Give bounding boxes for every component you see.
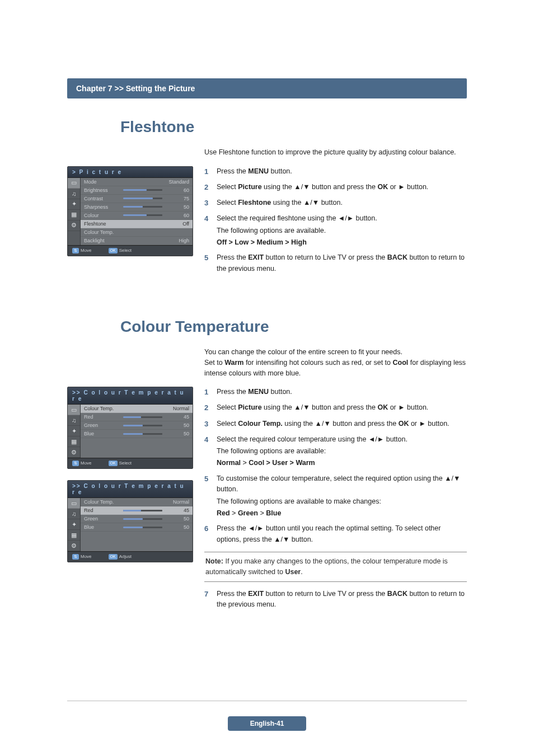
- menu-row-label: Mode: [84, 179, 120, 185]
- menu-row-value: 50: [166, 431, 189, 436]
- menu-row-label: Colour: [84, 213, 120, 218]
- menu-footer-move: ⇅Move: [72, 248, 92, 253]
- section-title-fleshtone: Fleshtone: [120, 118, 467, 136]
- chapter-bar: Chapter 7 >> Setting the Picture: [67, 78, 467, 98]
- menu-nav-icon: ✦: [68, 199, 80, 210]
- menu-slider: [123, 433, 162, 435]
- steps-colour-temp-7: Press the EXIT button to return to Live …: [204, 589, 467, 611]
- menu-row-value: 45: [166, 508, 189, 513]
- menu-row: Sharpness50: [81, 203, 193, 212]
- menu-row-value: Standard: [166, 179, 189, 185]
- menu-nav-icon: ▭: [68, 405, 80, 415]
- menu-header: > P i c t u r e: [68, 167, 193, 178]
- intro-fleshtone: Use Fleshtone function to improve the pi…: [204, 147, 467, 158]
- page-footer: English-41: [0, 716, 534, 731]
- menu-footer-select: OKAdjust: [109, 554, 132, 560]
- menu-row-value: 45: [166, 414, 189, 420]
- step-item: Select Fleshtone using the ▲/▼ button.: [217, 198, 467, 209]
- note-colour-temp: Note: If you make any changes to the opt…: [204, 552, 467, 582]
- menu-slider: [123, 425, 162, 426]
- menu-row-value: Normal: [166, 406, 189, 411]
- menu-row: Colour Temp.: [81, 228, 193, 237]
- menu-row-value: 50: [166, 524, 189, 530]
- menu-nav-icon: ▭: [68, 178, 80, 189]
- menu-slider: [123, 206, 162, 208]
- menu-slider: [123, 214, 162, 216]
- page-number: English-41: [228, 716, 307, 731]
- menu-row: Brightness60: [81, 186, 193, 195]
- menu-footer-select: OKSelect: [109, 461, 132, 466]
- menu-footer-select: OKSelect: [109, 248, 132, 253]
- menu-row-label: Colour Temp.: [84, 406, 120, 411]
- steps-colour-temp: Press the MENU button.Select Picture usi…: [204, 387, 467, 545]
- step-item: Press the MENU button.: [217, 166, 467, 177]
- menu-row: FleshtoneOff: [81, 220, 193, 228]
- step-item: Select Picture using the ▲/▼ button and …: [217, 182, 467, 193]
- footer-rule: [67, 701, 467, 701]
- menu-nav-icon: ▦: [68, 530, 80, 541]
- menu-footer-move: ⇅Move: [72, 554, 92, 560]
- menu-row: ModeStandard: [81, 178, 193, 186]
- menu-row-label: Contrast: [84, 196, 120, 201]
- menu-nav-icon: ♫: [68, 415, 80, 426]
- menu-nav-icon: ♫: [68, 189, 80, 199]
- menu-row-label: Green: [84, 422, 120, 428]
- menu-row-value: 60: [166, 213, 189, 218]
- menu-row-label: Backlight: [84, 238, 120, 243]
- section-fleshtone: Fleshtone Use Fleshtone function to impr…: [67, 118, 467, 279]
- menu-row-label: Colour Temp.: [84, 229, 120, 235]
- menu-row: Contrast75: [81, 195, 193, 203]
- menu-row-label: Blue: [84, 524, 120, 530]
- menu-footer-move: ⇅Move: [72, 461, 92, 466]
- menu-row-label: Colour Temp.: [84, 499, 120, 505]
- menu-row: BacklightHigh: [81, 237, 193, 245]
- menu-row: Blue50: [81, 523, 193, 532]
- menu-row: Green50: [81, 421, 193, 430]
- menu-picture: > P i c t u r e▭♫✦▦⚙ModeStandardBrightne…: [67, 166, 193, 256]
- menu-footer: ⇅MoveOKAdjust: [68, 551, 193, 562]
- menu-row-label: Fleshtone: [84, 221, 120, 227]
- section-title-colour-temp: Colour Temperature: [120, 318, 467, 336]
- menu-row-label: Red: [84, 508, 120, 513]
- menu-row-label: Sharpness: [84, 204, 120, 210]
- menu-row: Red45: [81, 413, 193, 421]
- menu-row-label: Green: [84, 516, 120, 522]
- intro-colour-temp: You can change the colour of the entire …: [204, 347, 467, 378]
- menu-footer: ⇅MoveOKSelect: [68, 458, 193, 468]
- menu-nav-icon: ♫: [68, 509, 80, 519]
- menu-nav-icon: ▦: [68, 210, 80, 220]
- menu-slider: [123, 198, 162, 199]
- menu-row-value: Off: [166, 221, 189, 227]
- menu-nav-icon: ✦: [68, 519, 80, 530]
- menu-row-value: Normal: [166, 499, 189, 505]
- step-item: Press the ◄/► button until you reach the…: [217, 523, 467, 545]
- menu-slider: [123, 189, 162, 191]
- menu-nav-icon: ⚙: [68, 541, 80, 551]
- menu-slider: [123, 510, 162, 511]
- menu-footer: ⇅MoveOKSelect: [68, 245, 193, 256]
- menu-header: >> C o l o u r T e m p e r a t u r e: [68, 481, 193, 498]
- menu-row-label: Red: [84, 414, 120, 420]
- step-item: Select the required fleshtone using the …: [217, 213, 467, 248]
- menu-row: Green50: [81, 515, 193, 523]
- menu-row-label: Brightness: [84, 187, 120, 193]
- menu-row: Colour Temp.Normal: [81, 498, 193, 506]
- menu-row-value: 50: [166, 422, 189, 428]
- menu-row: Colour60: [81, 212, 193, 220]
- menu-row: Blue50: [81, 430, 193, 438]
- step-7: Press the EXIT button to return to Live …: [217, 589, 467, 611]
- menu-slider: [123, 527, 162, 528]
- step-item: Select the required colour temperature u…: [217, 434, 467, 469]
- step-item: Select Picture using the ▲/▼ button and …: [217, 402, 467, 414]
- menu-colour-temp-a: >> C o l o u r T e m p e r a t u r e▭♫✦▦…: [67, 387, 193, 469]
- menu-row-value: 75: [166, 196, 189, 201]
- menu-nav-icon: ⚙: [68, 220, 80, 231]
- menu-header: >> C o l o u r T e m p e r a t u r e: [68, 387, 193, 405]
- menu-row-value: High: [166, 238, 189, 243]
- menu-row-value: 50: [166, 204, 189, 210]
- menu-nav-icon: ⚙: [68, 447, 80, 458]
- section-colour-temperature: Colour Temperature You can change the co…: [67, 318, 467, 614]
- menu-colour-temp-b: >> C o l o u r T e m p e r a t u r e▭♫✦▦…: [67, 480, 193, 562]
- menu-slider: [123, 416, 162, 418]
- menu-nav-icon: ✦: [68, 426, 80, 436]
